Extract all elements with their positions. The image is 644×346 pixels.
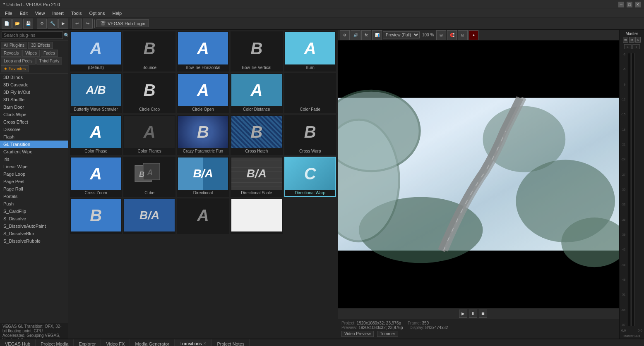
transition-more4[interactable] xyxy=(231,198,282,234)
preview-quality-select[interactable]: Preview (Full) Preview (Half) Best (Full… xyxy=(383,31,420,38)
tab-transitions[interactable]: Transitions ✕ xyxy=(175,339,212,346)
render-button[interactable]: ▶ xyxy=(58,19,68,29)
properties-button[interactable]: 🔧 xyxy=(48,19,58,29)
menu-tools[interactable]: Tools xyxy=(68,10,85,17)
transition-bow-tie-v[interactable]: B Bow Tie Vertical xyxy=(231,31,282,72)
plugin-push[interactable]: Push xyxy=(0,200,68,208)
tab-loop-and-peels[interactable]: Loop and Peels xyxy=(1,57,36,64)
menu-help[interactable]: Help xyxy=(109,10,125,17)
tab-explorer[interactable]: Explorer xyxy=(74,339,101,346)
settings-button[interactable]: ⚙ xyxy=(37,19,47,29)
transition-color-distance[interactable]: A Color Distance xyxy=(231,73,282,113)
tab-fades[interactable]: Fades xyxy=(41,50,58,57)
transition-directional-scale[interactable]: B/A Directional Scale xyxy=(231,157,282,197)
plugin-iris[interactable]: Iris xyxy=(0,155,68,163)
plugin-dissolve[interactable]: Dissolve xyxy=(0,126,68,133)
plugin-3d-cascade[interactable]: 3D Cascade xyxy=(0,81,68,88)
plugin-portals[interactable]: Portals xyxy=(0,193,68,200)
master-s-button[interactable]: S xyxy=(635,37,641,43)
play-button[interactable]: ▶ xyxy=(459,310,467,318)
preview-fx-button[interactable]: fx xyxy=(361,30,371,40)
plugin-s-dissolve-blur[interactable]: S_DissolveBlur xyxy=(0,230,68,237)
transition-color-planes[interactable]: A Color Planes xyxy=(123,115,175,155)
plugin-flash[interactable]: Flash xyxy=(0,133,68,141)
open-button[interactable]: 📂 xyxy=(12,19,22,29)
transition-directional[interactable]: B/A Directional xyxy=(177,157,229,197)
transition-more3[interactable]: A xyxy=(177,198,229,234)
snap-button[interactable]: 🧲 xyxy=(447,30,457,40)
transition-burn[interactable]: A Burn xyxy=(284,31,336,72)
preview-settings-button[interactable]: ⚙ xyxy=(340,30,350,40)
transitions-tab-close[interactable]: ✕ xyxy=(203,341,207,346)
plugin-clock-wipe[interactable]: Clock Wipe xyxy=(0,111,68,118)
plugin-barn-door[interactable]: Barn Door xyxy=(0,103,68,111)
preview-scope-button[interactable]: 📊 xyxy=(372,30,382,40)
tab-favorites[interactable]: ★ Favorites xyxy=(1,65,29,72)
master-fx-button[interactable]: fx xyxy=(623,37,628,43)
transition-circle-crop[interactable]: B Circle Crop xyxy=(123,73,175,113)
transition-circle-open[interactable]: A Circle Open xyxy=(177,73,229,113)
plugin-page-peel[interactable]: Page Peel xyxy=(0,178,68,185)
preview-audio-button[interactable]: 🔊 xyxy=(351,30,360,40)
pause-button[interactable]: ⏸ xyxy=(469,310,477,318)
plugin-page-loop[interactable]: Page Loop xyxy=(0,170,68,178)
plugin-gl-transition[interactable]: GL Transition xyxy=(0,141,68,148)
tab-media-generator[interactable]: Media Generator xyxy=(130,339,175,346)
plugin-s-dissolve[interactable]: S_Dissolve xyxy=(0,215,68,222)
trimmer-button[interactable]: Trimmer xyxy=(377,331,398,337)
tab-project-media[interactable]: Project Media xyxy=(36,339,74,346)
close-button[interactable]: ✕ xyxy=(635,2,641,7)
record-button[interactable]: ● xyxy=(469,30,478,40)
transition-more2[interactable]: B/A xyxy=(123,198,175,234)
save-button[interactable]: 💾 xyxy=(23,19,33,29)
transition-directional-warp[interactable]: C Directional Warp xyxy=(284,157,336,197)
new-button[interactable]: 📄 xyxy=(2,19,12,29)
transition-cross-zoom[interactable]: A Cross Zoom xyxy=(70,157,122,197)
transition-default[interactable]: A (Default) xyxy=(70,31,122,72)
tab-vegas-hub[interactable]: VEGAS Hub xyxy=(0,339,36,346)
master-m-button[interactable]: M xyxy=(629,37,634,43)
menu-options[interactable]: Options xyxy=(86,10,108,17)
tab-wipes[interactable]: Wipes xyxy=(22,50,40,57)
tab-video-fx[interactable]: Video FX xyxy=(101,339,130,346)
tab-reveals[interactable]: Reveals xyxy=(1,50,22,57)
plugin-3d-blinds[interactable]: 3D Blinds xyxy=(0,74,68,81)
menu-insert[interactable]: Insert xyxy=(49,10,67,17)
plugin-gradient-wipe[interactable]: Gradient Wipe xyxy=(0,148,68,155)
minimize-button[interactable]: ─ xyxy=(618,2,624,7)
tab-third-party[interactable]: Third Party xyxy=(36,57,62,64)
menu-view[interactable]: View xyxy=(32,10,48,17)
plugin-3d-fly-in-out[interactable]: 3D Fly In/Out xyxy=(0,88,68,96)
plugin-s-dissolve-rubble[interactable]: S_DissolveRubble xyxy=(0,237,68,245)
transition-crazy-parametric[interactable]: B Crazy Parametric Fun xyxy=(177,115,229,155)
menu-file[interactable]: File xyxy=(2,10,16,17)
plugin-s-dissolve-auto-paint[interactable]: S_DissolveAutoPaint xyxy=(0,222,68,230)
plugin-s-cardflip[interactable]: S_CardFlip xyxy=(0,208,68,215)
tab-project-notes[interactable]: Project Notes xyxy=(212,339,250,346)
redo-button[interactable]: ↪ xyxy=(83,19,93,29)
vegas-hub-button[interactable]: 🎬 VEGAS Hub Login xyxy=(96,19,149,27)
grid-button[interactable]: ⊞ xyxy=(436,30,446,40)
menu-edit[interactable]: Edit xyxy=(17,10,31,17)
transition-cross-warp[interactable]: B Cross Warp xyxy=(284,115,336,155)
transition-more1[interactable]: B xyxy=(70,198,122,234)
maximize-button[interactable]: □ xyxy=(627,2,632,7)
transition-butterfly[interactable]: A/B Butterfly Wave Scrawler xyxy=(70,73,122,113)
overlay-button[interactable]: ⊡ xyxy=(458,30,468,40)
plugin-3d-shuffle[interactable]: 3D Shuffle xyxy=(0,96,68,103)
transition-color-fade[interactable]: Color Fade xyxy=(284,73,336,113)
transition-bounce[interactable]: B Bounce xyxy=(123,31,175,72)
tab-3d-effects[interactable]: 3D Effects xyxy=(28,42,53,49)
tab-all-plugins[interactable]: All Plug-ins xyxy=(1,42,27,49)
transition-color-phase[interactable]: A Color Phase xyxy=(70,115,122,155)
transition-bow-tie-h[interactable]: A Bow Tie Horizontal xyxy=(177,31,229,72)
undo-button[interactable]: ↩ xyxy=(72,19,82,29)
plugin-cross-effect[interactable]: Cross Effect xyxy=(0,118,68,126)
transition-cross-hatch[interactable]: B Cross Hatch xyxy=(231,115,282,155)
plugin-page-roll[interactable]: Page Roll xyxy=(0,185,68,193)
search-input[interactable] xyxy=(2,31,63,39)
transition-cube[interactable]: B A Cube xyxy=(123,157,175,197)
plugin-linear-wipe[interactable]: Linear Wipe xyxy=(0,163,68,170)
stop-button[interactable]: ⏹ xyxy=(479,310,487,318)
video-preview-button[interactable]: Video Preview xyxy=(341,331,374,337)
